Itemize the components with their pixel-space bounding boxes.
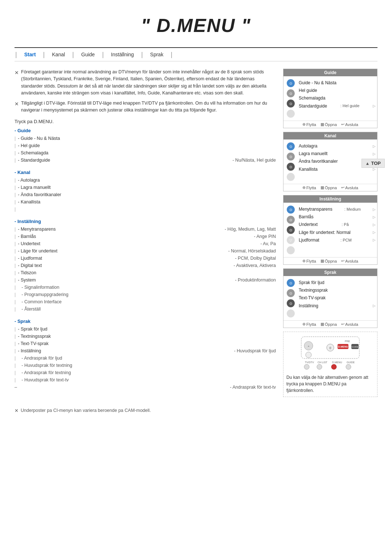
inst-item-1: | - Menytransparens - Hög, Medium, Lag, …	[15, 226, 276, 233]
oppna-label-2: Öppna	[325, 186, 337, 190]
inst-arrow-4: ▷	[373, 230, 376, 235]
guide-label-4: - Standardguide	[18, 157, 229, 164]
nav-item-sprak[interactable]: Sprak	[144, 48, 170, 61]
kanal-label-1: - Autolagra	[18, 177, 276, 184]
bar-icon: |	[15, 340, 16, 347]
bar-icon: |	[15, 376, 16, 384]
inst-value-2: - Ange PIN	[254, 233, 276, 240]
svg-point-14	[304, 364, 309, 369]
footer-btn-oppna-1: ▦ Öppna	[320, 122, 337, 127]
kanal-item-label-2: Lagra manuellt	[299, 150, 327, 157]
remote-desc: Du kan välja de här alternativen genom a…	[286, 374, 374, 394]
guide-icons-3: ⊙ ⊙ ⊙ ▽	[283, 204, 298, 256]
bottom-note-icon: ✕	[15, 408, 19, 413]
kanal-label-3: - Ändra favoritkanaler	[18, 191, 276, 198]
inst-item-11: | - Common Interface	[15, 298, 276, 305]
kanal-item-label-4: Kanallista	[299, 166, 318, 173]
oppna-label-1: Öppna	[325, 122, 337, 127]
nav-separator-2: |	[42, 51, 46, 58]
kanal-label-4: - Kanallista	[18, 198, 276, 206]
oppna-icon-2: ▦	[320, 185, 324, 190]
instruction-text: Tryck pa D.MENU.	[15, 119, 276, 124]
nav-separator-5: |	[140, 51, 144, 58]
inst-value-12: - Återställ	[21, 305, 41, 313]
bar-icon: |	[15, 142, 16, 149]
inst-value-8: - Produktinformation	[235, 276, 276, 284]
footer-btn-flytta-3: ⊕ Flytta	[302, 259, 316, 263]
inst-label-1: - Menytransparens	[18, 226, 221, 233]
bar-icon: |	[15, 269, 16, 276]
guide-label-1: - Guide - Nu & Nästa	[18, 135, 276, 142]
bar-icon: |	[15, 333, 16, 340]
inst-label-4: - Läge för undertext	[18, 247, 224, 255]
left-panel: ✕ Företaget garanterar inte normal använ…	[15, 69, 276, 401]
oppna-icon-4: ▦	[320, 322, 324, 327]
inst-item-8: | - System - Produktinformation	[15, 276, 276, 284]
guide-footer-2: ⊕ Flytta ▦ Öppna ↩ Avsluta	[283, 184, 377, 191]
inst-label-5: - Ljudformat	[18, 255, 231, 262]
inst-label-3: - Undertext	[18, 240, 257, 247]
sprak-label-1: - Sprak för ljud	[18, 325, 276, 333]
sprak-label-9: –	[15, 384, 226, 391]
sprak-item-8: | - Huvudsprak för text-tv	[15, 376, 276, 384]
sprak-item-6: | - Huvudsprak för textning	[15, 362, 276, 369]
svg-point-3	[306, 352, 311, 358]
top-label: TOP	[371, 161, 381, 166]
inst-value-1: - Hög, Medium, Lag, Matt	[225, 226, 276, 233]
guide-item-value-4: : Hel guide	[340, 103, 360, 109]
guide-item-4: | - Standardguide - Nu/Nästa, Hel guide	[15, 157, 276, 164]
footer-btn-oppna-4: ▦ Öppna	[320, 322, 337, 327]
guide-footer-4: ⊕ Flytta ▦ Öppna ↩ Avsluta	[283, 320, 377, 328]
guide-box-body-4: ⊙ ⊙ ⊙ Sprak för ljud Textningssprak	[283, 276, 377, 320]
notice-text-1: Företaget garanterar inte normal användn…	[21, 69, 276, 97]
icon-circle-9: ⊙	[287, 206, 295, 214]
inst-box-item-4: Läge för undertext: Normal ▷	[299, 229, 376, 236]
menu-section-guide: - Guide | - Guide - Nu & Nästa | - Hel g…	[15, 128, 276, 166]
top-arrow-icon: ▲	[366, 161, 370, 166]
nav-item-start[interactable]: Start	[18, 48, 42, 61]
icon-circle-3: ⊙	[287, 100, 295, 108]
sprak-title: - Sprak	[15, 319, 276, 324]
guide-label-3: - Schemalagda	[18, 149, 276, 157]
footer-btn-oppna-2: ▦ Öppna	[320, 185, 337, 190]
nav-item-installning[interactable]: Inställning	[105, 48, 140, 61]
sprak-box-item-4: Inställning ▷	[299, 302, 376, 310]
kanal-item-3: | - Ändra favoritkanaler	[15, 191, 276, 198]
nav-separator-3: |	[72, 51, 75, 58]
notice-item-2: ✕ Tillgängligt i DTV-läge. Förinställ ti…	[15, 100, 276, 114]
guide-box-1: Guide ⊙ ⊙ ⊙ Guide - Nu & Nästa Hel guide	[283, 69, 377, 128]
icon-circle-13	[287, 246, 295, 254]
kanal-label-2: - Lagra manuellt	[18, 184, 276, 191]
guide-box-body-3: ⊙ ⊙ ⊙ ▽ Menytransparens : Medium ▷	[283, 203, 377, 257]
avsluta-icon-4: ↩	[341, 322, 344, 327]
bar-icon: |	[15, 191, 16, 198]
top-button[interactable]: ▲ TOP	[362, 159, 385, 168]
inst-box-item-1: Menytransparens : Medium ▷	[299, 206, 376, 213]
guide-items-4: Sprak för ljud Textningssprak Text-TV-sp…	[298, 278, 377, 319]
nav-item-guide[interactable]: Guide	[75, 48, 101, 61]
flytta-label-3: Flytta	[306, 259, 316, 263]
svg-point-16	[331, 364, 336, 369]
inst-value-5: - PCM, Dolby Digital	[235, 255, 276, 262]
right-panel: Guide ⊙ ⊙ ⊙ Guide - Nu & Nästa Hel guide	[283, 69, 377, 401]
nav-item-kanal[interactable]: Kanal	[45, 48, 72, 61]
bar-icon: |	[15, 255, 16, 262]
svg-point-17	[346, 364, 351, 369]
bar-icon: |	[15, 347, 16, 355]
sprak-label-2: - Textningssprak	[18, 333, 276, 340]
bar-icon: |	[15, 298, 16, 305]
notice-block: ✕ Företaget garanterar inte normal använ…	[15, 69, 276, 114]
guide-icons-4: ⊙ ⊙ ⊙	[283, 278, 298, 319]
bar-icon: |	[15, 369, 16, 376]
guide-title: - Guide	[15, 128, 276, 133]
guide-item-label-4: Standardguide	[299, 103, 327, 110]
svg-text:0: 0	[329, 346, 331, 350]
menu-section-sprak: - Sprak | - Sprak för ljud | - Textnings…	[15, 319, 276, 391]
sprak-box-item-2: Textningssprak	[299, 287, 376, 294]
nav-separator-4: |	[101, 51, 105, 58]
bar-icon: |	[15, 362, 16, 369]
svg-text:CH LIST: CH LIST	[318, 361, 328, 364]
guide-box-header-2: Kanal	[283, 132, 377, 139]
bar-icon: |	[15, 276, 16, 284]
icon-circle-16: ⊙	[287, 299, 295, 307]
